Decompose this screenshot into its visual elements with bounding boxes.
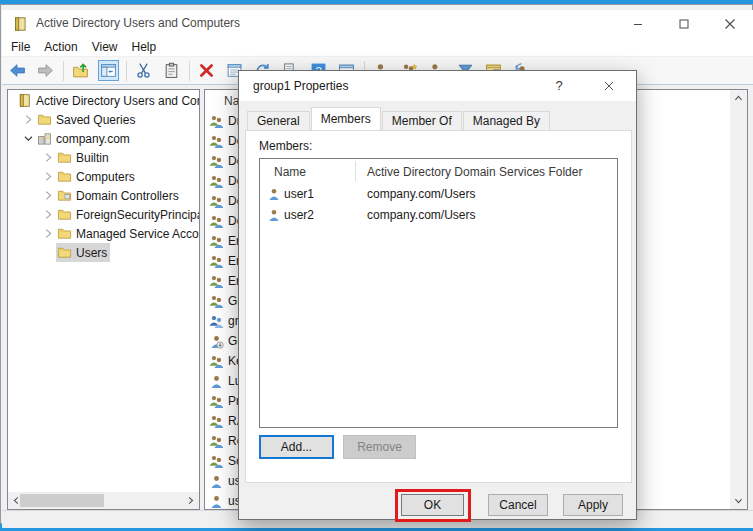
close-icon: [722, 16, 738, 32]
console-tree-toggle-button[interactable]: [98, 60, 119, 81]
tree-horizontal-scrollbar[interactable]: [8, 492, 199, 509]
tab-members[interactable]: Members: [311, 107, 381, 130]
scroll-up-icon: [733, 93, 744, 104]
members-listbox: Name Active Directory Domain Services Fo…: [259, 158, 618, 428]
forward-button[interactable]: [35, 60, 56, 81]
window-controls: [615, 10, 753, 37]
tree-item-managed-service-accounts[interactable]: Managed Service Accounts: [8, 224, 199, 243]
user-icon: [209, 494, 224, 509]
tree-item-label: Active Directory Users and Computers: [36, 94, 200, 108]
tree-item-label: Domain Controllers: [76, 189, 179, 203]
scroll-up-button[interactable]: [730, 90, 747, 107]
scroll-right-icon: [185, 495, 196, 506]
user-disabled-icon: [209, 334, 224, 349]
group-icon: [209, 274, 224, 289]
menu-view[interactable]: View: [85, 37, 125, 57]
add-button[interactable]: Add...: [259, 435, 334, 459]
folder-icon: [57, 207, 72, 222]
chevron-right-icon[interactable]: [41, 207, 55, 222]
group-icon: [209, 354, 224, 369]
group-icon: [209, 434, 224, 449]
chevron-right-icon[interactable]: [41, 226, 55, 241]
tab-general[interactable]: General: [247, 111, 310, 130]
back-icon: [9, 62, 26, 79]
tree-item-domain-controllers[interactable]: Domain Controllers: [8, 186, 199, 205]
group-icon: [209, 254, 224, 269]
chevron-right-icon[interactable]: [21, 112, 35, 127]
members-column-name[interactable]: Name: [274, 165, 306, 179]
ok-button[interactable]: OK: [401, 494, 464, 516]
tree-item-active-directory-users-and-computers[interactable]: Active Directory Users and Computers: [8, 91, 199, 110]
desktop: Active Directory Users and Computers Fil…: [0, 0, 753, 531]
group-icon: [209, 214, 224, 229]
menu-help[interactable]: Help: [125, 37, 164, 57]
group-icon: [209, 174, 224, 189]
tree-item-company-com[interactable]: company.com: [8, 129, 199, 148]
menu-action[interactable]: Action: [37, 37, 84, 57]
close-button[interactable]: [707, 10, 753, 37]
console-root-icon: [17, 93, 32, 108]
dialog-help-button[interactable]: ?: [544, 71, 574, 101]
console-tree-toggle-icon: [100, 62, 117, 79]
close-icon: [602, 79, 616, 93]
folder-dc-icon: [57, 188, 72, 203]
paste-button[interactable]: [161, 60, 182, 81]
tree-item-label: Managed Service Accounts: [76, 227, 200, 241]
member-row-user2[interactable]: user2company.com/Users: [260, 205, 617, 226]
list-vertical-scrollbar[interactable]: [730, 90, 747, 509]
group1-properties-dialog: group1 Properties ? GeneralMembersMember…: [238, 70, 637, 520]
cancel-button[interactable]: Cancel: [488, 494, 548, 516]
tree-item-builtin[interactable]: Builtin: [8, 148, 199, 167]
group-icon: [209, 134, 224, 149]
tree-item-saved-queries[interactable]: Saved Queries: [8, 110, 199, 129]
delete-button[interactable]: [196, 60, 217, 81]
folder-icon: [57, 226, 72, 241]
up-one-level-icon: [72, 62, 89, 79]
tab-managed-by[interactable]: Managed By: [463, 111, 550, 130]
group-icon: [209, 394, 224, 409]
member-row-user1[interactable]: user1company.com/Users: [260, 184, 617, 205]
scroll-down-button[interactable]: [730, 492, 747, 509]
minimize-button[interactable]: [615, 10, 661, 37]
domain-icon: [37, 131, 52, 146]
tree-item-label: company.com: [56, 132, 130, 146]
column-divider[interactable]: [355, 161, 356, 181]
tree-item-foreignsecurityprincipals[interactable]: ForeignSecurityPrincipals: [8, 205, 199, 224]
group-icon: [209, 234, 224, 249]
maximize-button[interactable]: [661, 10, 707, 37]
member-folder: company.com/Users: [367, 187, 475, 201]
group-icon: [209, 194, 224, 209]
up-one-level-button[interactable]: [70, 60, 91, 81]
group-icon: [209, 294, 224, 309]
scroll-down-icon: [733, 495, 744, 506]
group-icon: [209, 414, 224, 429]
members-tab-page: Members: Name Active Directory Domain Se…: [245, 130, 632, 483]
tab-member-of[interactable]: Member Of: [382, 111, 462, 130]
toolbar-separator: [63, 61, 64, 81]
back-button[interactable]: [7, 60, 28, 81]
minimize-icon: [630, 16, 646, 32]
scroll-right-button[interactable]: [182, 492, 199, 509]
window-title: Active Directory Users and Computers: [36, 10, 240, 37]
members-column-folder[interactable]: Active Directory Domain Services Folder: [367, 165, 582, 179]
scrollbar-thumb[interactable]: [20, 494, 104, 507]
chevron-right-icon[interactable]: [41, 188, 55, 203]
tree-item-users[interactable]: Users: [8, 243, 199, 262]
chevron-right-icon[interactable]: [41, 150, 55, 165]
chevron-down-icon[interactable]: [21, 131, 35, 146]
dialog-close-button[interactable]: [590, 71, 628, 101]
member-name: user1: [284, 187, 314, 201]
tree-item-computers[interactable]: Computers: [8, 167, 199, 186]
group-icon: [209, 114, 224, 129]
user-icon: [209, 374, 224, 389]
toolbar-separator: [189, 61, 190, 81]
menu-file[interactable]: File: [4, 37, 37, 57]
member-name: user2: [284, 208, 314, 222]
remove-button[interactable]: Remove: [343, 435, 416, 459]
apply-button[interactable]: Apply: [563, 494, 623, 516]
cut-button[interactable]: [133, 60, 154, 81]
forward-icon: [37, 62, 54, 79]
chevron-right-icon[interactable]: [41, 169, 55, 184]
members-label: Members:: [259, 139, 312, 153]
menu-bar: FileActionViewHelp: [2, 37, 753, 57]
